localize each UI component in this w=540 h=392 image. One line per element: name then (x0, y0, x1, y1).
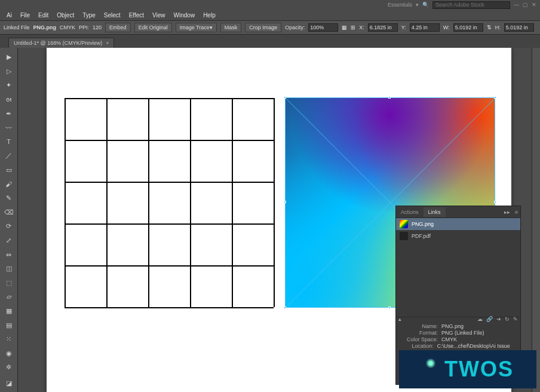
lightbulb-icon (422, 357, 440, 381)
shape-builder-tool-icon[interactable]: ⬚ (2, 277, 16, 290)
mask-button[interactable]: Mask (220, 23, 242, 32)
link-thumbnail-icon (400, 232, 408, 240)
menu-effect[interactable]: Effect (125, 12, 148, 19)
transform-icon[interactable]: ⊞ (351, 24, 355, 30)
link-thumbnail-icon (400, 220, 408, 228)
line-tool-icon[interactable]: ／ (2, 149, 16, 163)
opacity-label: Opacity: (285, 24, 305, 30)
canvas-area[interactable]: Actions Links ▸▸ ≡ PNG.png PDF.pdf ▴ ☁ (18, 48, 532, 392)
control-bar: Linked File PNG.png CMYK PPI: 120 Embed … (0, 20, 540, 35)
watermark-text: TWOS (444, 357, 514, 382)
menu-help[interactable]: Help (199, 12, 220, 19)
maximize-icon[interactable]: ▢ (523, 2, 528, 8)
w-input[interactable] (453, 23, 483, 32)
search-icon: 🔍 (422, 2, 429, 8)
width-tool-icon[interactable]: ⇔ (2, 248, 16, 261)
h-label: H: (495, 24, 501, 30)
watermark-overlay: TWOS (399, 350, 536, 388)
menu-edit[interactable]: Edit (34, 12, 53, 19)
mesh-tool-icon[interactable]: ▦ (2, 305, 16, 318)
align-icon[interactable]: ▦ (342, 24, 347, 30)
tab-links[interactable]: Links (424, 207, 446, 217)
direct-selection-tool-icon[interactable]: ▷ (2, 65, 16, 78)
menu-window[interactable]: Window (170, 12, 200, 19)
blend-tool-icon[interactable]: ◉ (2, 347, 16, 360)
rectangle-tool-icon[interactable]: ▭ (2, 164, 16, 177)
detail-colorspace: CMYK (441, 336, 457, 342)
paintbrush-tool-icon[interactable]: 🖌 (2, 177, 16, 191)
menu-select[interactable]: Select (100, 12, 125, 19)
crop-image-button[interactable]: Crop Image (245, 23, 281, 32)
app-logo-icon[interactable]: Ai (2, 12, 16, 19)
detail-format: PNG (Linked File) (441, 330, 484, 336)
menu-view[interactable]: View (148, 12, 170, 19)
gradient-tool-icon[interactable]: ▤ (2, 318, 16, 332)
embed-button[interactable]: Embed (105, 23, 131, 32)
panel-menu-icon[interactable]: ≡ (513, 209, 520, 215)
links-list: PNG.png PDF.pdf (396, 218, 520, 317)
document-tab-bar: Untitled-1* @ 168% (CMYK/Preview) × (0, 35, 540, 48)
selection-tool-icon[interactable]: ▶ (2, 51, 16, 64)
panel-collapse-icon[interactable]: ▸▸ (502, 209, 513, 215)
link-wh-icon[interactable]: ⇅ (487, 24, 492, 30)
free-transform-tool-icon[interactable]: ◫ (2, 262, 16, 275)
rotate-tool-icon[interactable]: ⟳ (2, 220, 16, 233)
linked-file-name: PNG.png (33, 24, 57, 30)
menu-type[interactable]: Type (78, 12, 100, 19)
y-input[interactable] (410, 23, 440, 32)
h-input[interactable] (504, 23, 534, 32)
linked-file-label: Linked File (4, 24, 30, 30)
w-label: W: (443, 24, 450, 30)
ppi-label: PPI: (79, 24, 89, 30)
grid-artwork[interactable] (65, 98, 274, 307)
symbol-sprayer-tool-icon[interactable]: ✲ (2, 361, 16, 374)
menu-bar: Ai File Edit Object Type Select Effect V… (0, 10, 540, 20)
close-icon[interactable]: ✕ (532, 2, 536, 8)
link-item[interactable]: PDF.pdf (396, 230, 520, 242)
color-mode-label: CMYK (60, 24, 75, 30)
perspective-tool-icon[interactable]: ▱ (2, 290, 16, 304)
curvature-tool-icon[interactable]: 〰 (2, 121, 16, 134)
app-topbar: Essentials ▾ 🔍 — ▢ ✕ (0, 0, 540, 10)
x-input[interactable] (368, 23, 398, 32)
detail-name: PNG.png (441, 323, 464, 329)
lasso-tool-icon[interactable]: ᘛ (2, 93, 16, 106)
link-item[interactable]: PNG.png (396, 218, 520, 230)
document-tab-title: Untitled-1* @ 168% (CMYK/Preview) (14, 40, 102, 46)
menu-file[interactable]: File (16, 12, 34, 19)
opacity-input[interactable] (308, 23, 338, 32)
minimize-icon[interactable]: — (514, 2, 519, 8)
magic-wand-tool-icon[interactable]: ✦ (2, 79, 16, 92)
link-item-name: PDF.pdf (412, 233, 431, 239)
document-tab-close-icon[interactable]: × (106, 40, 109, 46)
x-label: X: (359, 24, 364, 30)
menu-object[interactable]: Object (53, 12, 78, 19)
collapsed-panel-dock[interactable] (532, 48, 540, 392)
workspace-switcher[interactable]: Essentials (388, 2, 412, 8)
shaper-tool-icon[interactable]: ✎ (2, 192, 16, 205)
image-trace-button[interactable]: Image Trace ▾ (176, 23, 217, 32)
edit-original-button[interactable]: Edit Original (134, 23, 172, 32)
type-tool-icon[interactable]: T (2, 136, 16, 149)
eraser-tool-icon[interactable]: ⌫ (2, 206, 16, 219)
pen-tool-icon[interactable]: ✒ (2, 107, 16, 120)
scale-tool-icon[interactable]: ⤢ (2, 234, 16, 247)
eyedropper-tool-icon[interactable]: ⁙ (2, 333, 16, 346)
search-input[interactable] (432, 1, 510, 9)
link-item-name: PNG.png (412, 221, 434, 227)
tab-actions[interactable]: Actions (396, 207, 424, 217)
ppi-value: 120 (93, 24, 102, 30)
document-tab[interactable]: Untitled-1* @ 168% (CMYK/Preview) × (8, 38, 114, 48)
fill-stroke-icon[interactable]: ◪ (2, 375, 16, 391)
tools-panel: ▶ ▷ ✦ ᘛ ✒ 〰 T ／ ▭ 🖌 ✎ ⌫ ⟳ ⤢ ⇔ ◫ ⬚ ▱ ▦ ▤ … (0, 48, 18, 392)
y-label: Y: (401, 24, 406, 30)
